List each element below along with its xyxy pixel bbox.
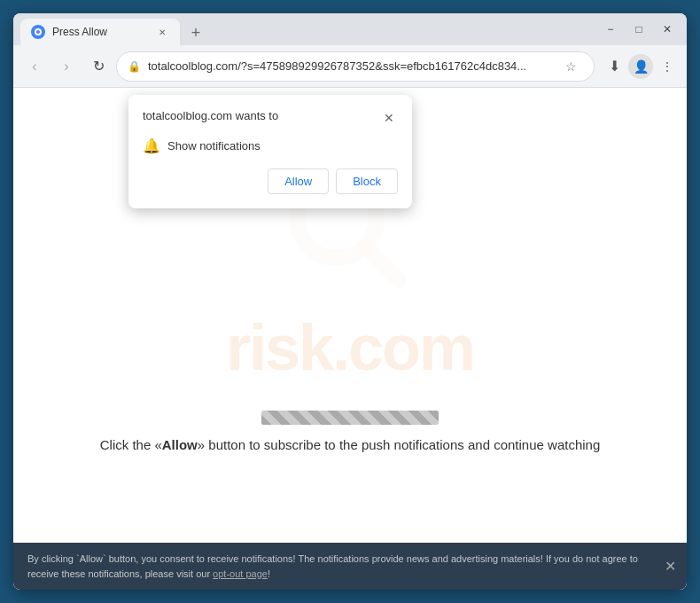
popup-close-button[interactable]: ✕ (380, 109, 398, 127)
bottom-bar-text: By clicking `Allow` button, you consent … (27, 553, 638, 579)
window-controls: − □ ✕ (598, 17, 680, 42)
toolbar-end: ⬇ 👤 ⋮ (602, 54, 680, 79)
minimize-button[interactable]: − (598, 17, 623, 42)
notification-popup: totalcoolblog.com wants to ✕ 🔔 Show noti… (128, 95, 412, 208)
back-button[interactable]: ‹ (20, 52, 49, 81)
progress-bar (261, 411, 439, 425)
page-content: risk.com Click the «Allow» button to sub… (13, 88, 687, 590)
svg-point-1 (36, 30, 40, 34)
popup-header: totalcoolblog.com wants to ✕ (143, 109, 398, 127)
progress-bar-fill (261, 411, 439, 425)
bell-icon: 🔔 (143, 137, 160, 154)
active-tab[interactable]: Press Allow ✕ (20, 19, 180, 45)
bookmark-button[interactable]: ☆ (558, 54, 583, 79)
block-button[interactable]: Block (336, 168, 398, 194)
download-bar-container: Click the «Allow» button to subscribe to… (65, 411, 636, 456)
address-text: totalcoolblog.com/?s=475898929926787352&… (148, 59, 551, 73)
bottom-bar-close-button[interactable]: ✕ (665, 556, 676, 577)
svg-line-3 (366, 247, 399, 280)
address-actions: ☆ (558, 54, 583, 79)
browser-window: Press Allow ✕ + − □ ✕ ‹ › ↻ 🔒 totalcoolb… (13, 13, 687, 590)
address-bar[interactable]: 🔒 totalcoolblog.com/?s=47589892992678735… (116, 51, 595, 82)
page-body-text: Click the «Allow» button to subscribe to… (65, 435, 636, 456)
notification-label: Show notifications (167, 139, 261, 153)
opt-out-link[interactable]: opt-out page (213, 568, 268, 579)
tab-favicon (31, 25, 45, 39)
close-window-button[interactable]: ✕ (655, 17, 680, 42)
bottom-bar: By clicking `Allow` button, you consent … (13, 543, 687, 590)
tab-area: Press Allow ✕ + (20, 13, 591, 45)
popup-notification-row: 🔔 Show notifications (143, 137, 398, 154)
menu-button[interactable]: ⋮ (655, 54, 680, 79)
reload-button[interactable]: ↻ (84, 52, 113, 81)
new-tab-button[interactable]: + (183, 20, 208, 45)
toolbar: ‹ › ↻ 🔒 totalcoolblog.com/?s=47589892992… (13, 45, 687, 88)
tab-title: Press Allow (52, 26, 148, 38)
forward-button[interactable]: › (52, 52, 81, 81)
watermark-text: risk.com (226, 311, 474, 384)
lock-icon: 🔒 (128, 60, 141, 73)
allow-button[interactable]: Allow (268, 168, 329, 194)
allow-highlight: Allow (162, 437, 198, 452)
popup-buttons: Allow Block (143, 168, 398, 194)
maximize-button[interactable]: □ (626, 17, 651, 42)
title-bar: Press Allow ✕ + − □ ✕ (13, 13, 687, 45)
popup-title: totalcoolblog.com wants to (143, 109, 278, 122)
downloads-icon[interactable]: ⬇ (602, 54, 626, 79)
tab-close-btn[interactable]: ✕ (155, 25, 169, 39)
bottom-bar-text-end: ! (268, 568, 270, 579)
profile-icon[interactable]: 👤 (628, 54, 653, 79)
